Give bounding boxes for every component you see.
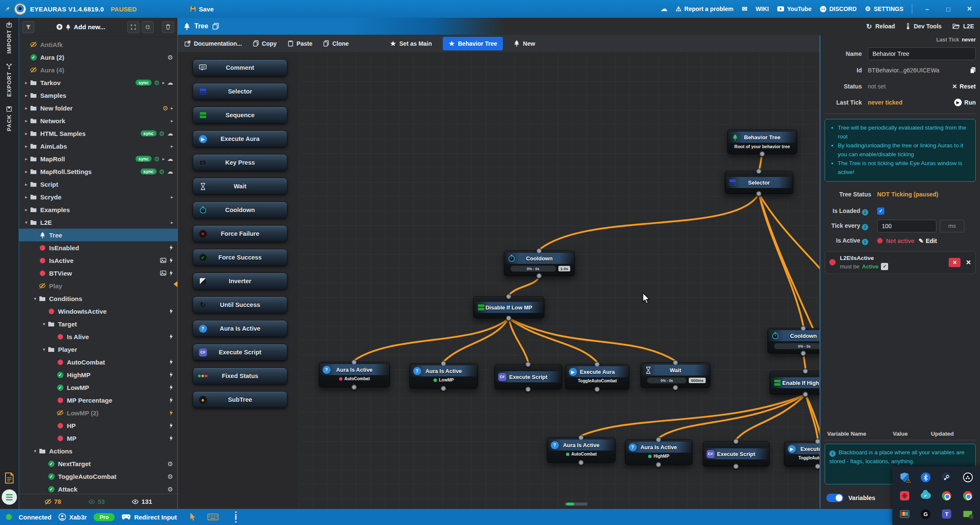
chevron-right-icon[interactable]: ▸ <box>171 144 173 149</box>
sidebar-item-maproll[interactable]: ▸MapRollsync⚙︎▸☁︎ <box>19 152 177 165</box>
input-port[interactable] <box>803 368 808 374</box>
sidebar-item-hp[interactable]: HP <box>19 419 177 432</box>
caret-right-icon[interactable]: ▸ <box>23 144 29 149</box>
output-port[interactable] <box>673 385 678 390</box>
node-wait[interactable]: Wait0% - 0s500ms <box>640 362 710 388</box>
tab-tree[interactable]: Tree <box>178 18 506 35</box>
caret-right-icon[interactable]: ▸ <box>23 169 29 174</box>
node-execute-aura-toggle[interactable]: ▶Execute AuraToggleAutoCombat <box>565 364 629 390</box>
sidebar-item-lowmp-2-[interactable]: LowMP (2) <box>19 406 177 419</box>
export-tab[interactable]: EXPORT <box>6 63 12 97</box>
chevron-right-icon[interactable]: ▸ <box>171 118 173 124</box>
output-port[interactable] <box>506 315 511 321</box>
sidebar-item-network[interactable]: ▸Network▸ <box>19 114 177 127</box>
sidebar-item-tarkov[interactable]: ▸Tarkovsync⚙︎▸☁︎ <box>19 76 177 89</box>
caret-down-icon[interactable]: ▾ <box>32 448 38 454</box>
discord-button[interactable]: DISCORD <box>820 6 857 12</box>
sidebar-item-is-alive[interactable]: Is Alive <box>19 330 177 343</box>
sidebar-item-player[interactable]: ▾Player <box>19 343 177 356</box>
tray-obs-icon[interactable] <box>962 472 973 483</box>
chevron-right-icon[interactable]: ▸ <box>171 105 173 111</box>
filter-button[interactable] <box>22 21 34 33</box>
sidebar-item-highmp[interactable]: ✓HighMP <box>19 368 177 381</box>
caret-right-icon[interactable]: ▸ <box>23 182 29 187</box>
duplicate-icon[interactable] <box>213 23 219 30</box>
sidebar-item-attack[interactable]: ✓Attack⚙︎ <box>19 483 177 494</box>
tray-teams-icon[interactable]: T <box>941 508 952 519</box>
reset-button[interactable]: ✕Reset <box>952 83 976 90</box>
gear-icon[interactable]: ⚙︎ <box>159 169 165 175</box>
chevron-right-icon[interactable]: ▸ <box>171 194 173 200</box>
sidebar-item-l2e[interactable]: ▾L2E▸ <box>19 216 177 229</box>
sidebar-item-aimlabs[interactable]: ▸AimLabs▸ <box>19 140 177 152</box>
log-file-icon[interactable] <box>5 472 14 484</box>
tray-chrome-2-icon[interactable] <box>962 490 973 501</box>
gear-icon[interactable]: ⚙︎ <box>154 156 160 162</box>
palette-sequence[interactable]: Sequence <box>193 107 287 124</box>
output-port[interactable] <box>801 351 806 356</box>
caret-right-icon[interactable]: ▸ <box>23 105 29 111</box>
copy-id-button[interactable] <box>970 67 976 74</box>
sidebar-item-tree[interactable]: Tree <box>19 229 177 241</box>
node-selector[interactable]: Selector <box>725 171 793 194</box>
cloud-upload-icon[interactable]: ☁︎ <box>167 130 173 136</box>
output-port[interactable] <box>815 464 820 469</box>
sidebar-item-aura-2-[interactable]: ✓Aura (2)⚙︎ <box>19 51 177 64</box>
caret-right-icon[interactable]: ▸ <box>23 118 29 124</box>
quick-menu-button[interactable] <box>2 489 17 505</box>
pack-tab[interactable]: PACK <box>6 106 12 131</box>
palette-wait[interactable]: Wait <box>193 178 287 195</box>
tray-steam-icon[interactable] <box>941 472 952 483</box>
gear-icon[interactable]: ⚙︎ <box>168 461 173 467</box>
palette-force-success[interactable]: ✓Force Success <box>193 249 287 266</box>
tray-windows-security-icon[interactable]: ⚠︎ <box>899 472 910 483</box>
minimize-button[interactable]: – <box>921 6 933 13</box>
info-icon[interactable]: i <box>862 224 868 230</box>
sidebar-item-samples[interactable]: ▸Samples <box>19 89 177 102</box>
node-execute-script-2[interactable]: C#Execute Script <box>703 441 770 467</box>
tray-media-gallery-icon[interactable] <box>899 508 910 519</box>
palette-fixed-status[interactable]: Fixed Status <box>193 368 287 384</box>
mail-button[interactable]: ✉︎ <box>742 5 747 13</box>
gear-icon[interactable]: ⚙︎ <box>168 486 173 492</box>
caret-right-icon[interactable]: ▸ <box>23 80 29 86</box>
node-disable-if-low-mp[interactable]: Disable If Low MP <box>473 296 544 318</box>
palette-execute-aura[interactable]: ▶Execute Aura <box>193 130 287 147</box>
sidebar-item-isenabled[interactable]: IsEnabled <box>19 241 177 254</box>
sidebar-item-autocombat[interactable]: AutoCombat <box>19 356 177 368</box>
clone-button[interactable]: Clone <box>323 40 349 47</box>
chevron-right-icon[interactable]: ▸ <box>162 80 165 86</box>
behavior-tree-canvas[interactable]: Behavior TreeRoot of your behavior treeS… <box>298 52 820 509</box>
caret-right-icon[interactable]: ▸ <box>23 194 29 200</box>
redirect-input-button[interactable]: Redirect Input <box>134 514 177 521</box>
remove-condition-button[interactable]: ✕ <box>949 258 961 267</box>
palette-aura-is-active[interactable]: ?Aura Is Active <box>193 320 287 337</box>
report-problem-button[interactable]: ⚠︎Report a problem <box>676 5 733 13</box>
palette-inverter[interactable]: Inverter <box>193 273 287 290</box>
sidebar-item-toggleautocombat[interactable]: ✓ToggleAutoCombat⚙︎ <box>19 470 177 483</box>
clear-button[interactable]: ✕ <box>966 259 971 266</box>
variables-toggle[interactable] <box>826 494 843 502</box>
output-port[interactable] <box>594 387 600 392</box>
node-enable-if-high-mp[interactable]: Enable If High MP <box>770 371 820 395</box>
gear-icon[interactable]: ⚙︎ <box>159 130 165 137</box>
caret-down-icon[interactable]: ▾ <box>41 347 47 352</box>
node-execute-script-1[interactable]: C#Execute Script <box>494 364 562 390</box>
run-button[interactable]: ▶Run <box>954 99 976 106</box>
node-cooldown[interactable]: Cooldown0% - 0s1.0s <box>504 251 575 276</box>
gear-icon[interactable]: ⚙︎ <box>154 80 160 86</box>
expand-all-button[interactable] <box>127 21 139 33</box>
tray-wallpaper-app-icon[interactable] <box>899 490 910 501</box>
output-port[interactable] <box>656 462 661 467</box>
pin-icon[interactable]: 📌︎ <box>4 6 10 12</box>
output-port[interactable] <box>733 464 739 469</box>
caret-right-icon[interactable]: ▸ <box>23 131 29 136</box>
input-port[interactable] <box>506 294 511 299</box>
palette-force-failure[interactable]: ✕Force Failure <box>193 225 287 242</box>
sidebar-item-mp[interactable]: MP <box>19 432 177 445</box>
node-aura-is-active-lowmp[interactable]: ?Aura Is ActiveLowMP <box>409 363 478 389</box>
wiki-button[interactable]: WIKI <box>756 6 769 12</box>
caret-down-icon[interactable]: ▾ <box>23 220 29 225</box>
sidebar-item-play[interactable]: Play <box>19 279 177 292</box>
cloud-sync-button[interactable]: ☁︎ <box>661 5 667 13</box>
